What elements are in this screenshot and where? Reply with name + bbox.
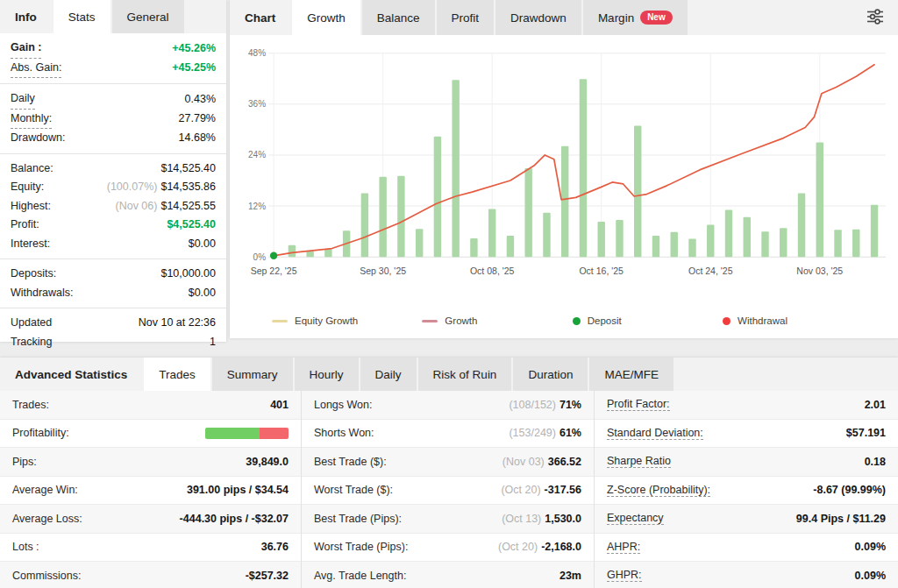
stat-label[interactable]: Standard Deviation: <box>607 427 703 440</box>
profitability-win-segment <box>205 428 260 439</box>
stat-label: Worst Trade (Pips): <box>314 541 408 553</box>
stat-value: 2.01 <box>865 399 886 411</box>
stat-value-main: 1 <box>210 336 216 348</box>
tab-label: Margin <box>598 11 634 25</box>
stat-row-tracking: Tracking1 <box>11 333 216 352</box>
tab-label: Summary <box>227 368 278 381</box>
account-stats-panel: InfoStatsGeneral Gain :+45.26%Abs. Gain:… <box>0 0 226 342</box>
stat-row-gain: Gain :+45.26% <box>11 39 216 59</box>
stat-value-main: $57.191 <box>846 427 886 439</box>
stat-value-muted: (Oct 20) <box>501 484 540 496</box>
stat-value-main: 23m <box>559 570 581 582</box>
growth-swatch <box>422 320 438 322</box>
stat-label[interactable]: Sharpe Ratio <box>607 455 671 468</box>
stat-value-main: 2.01 <box>865 399 886 411</box>
statistics-tab-daily[interactable]: Daily <box>360 358 417 391</box>
stat-value-main: 0.43% <box>185 93 216 105</box>
stat-row-average-win: Average Win:391.00 pips / $34.54 <box>0 477 301 506</box>
chart-tab-drawdown[interactable]: Drawdown <box>495 0 581 35</box>
profitability-bar <box>205 428 289 439</box>
stat-label[interactable]: AHPR: <box>607 541 640 554</box>
growth-chart[interactable]: 0%12%24%36%48%Sep 22, '25Sep 30, '25Oct … <box>230 35 898 314</box>
stat-value: 1 <box>210 333 216 352</box>
stats-panel-body: Gain :+45.26%Abs. Gain:+45.25%Daily0.43%… <box>0 33 226 357</box>
stat-label[interactable]: Daily <box>11 89 35 110</box>
tab-label: Advanced Statistics <box>15 368 127 381</box>
stat-group: Gain :+45.26%Abs. Gain:+45.25% <box>0 33 226 84</box>
stat-value-main: 99.4 Pips / $11.29 <box>796 513 886 525</box>
stat-value-main: $14,535.86 <box>160 181 216 193</box>
stat-label: Interest: <box>11 235 50 254</box>
stat-label: Worst Trade ($): <box>314 484 393 496</box>
svg-text:24%: 24% <box>248 150 266 159</box>
chart-settings-button[interactable] <box>852 0 898 35</box>
stats-tab-stats[interactable]: Stats <box>53 0 110 33</box>
stat-label[interactable]: Profit Factor: <box>607 398 670 411</box>
stat-label: Average Loss: <box>12 513 82 525</box>
chart-tab-balance[interactable]: Balance <box>362 0 435 35</box>
statistics-column-1: Trades:401Profitability:Pips:39,849.0Ave… <box>0 391 302 588</box>
statistics-tab-risk-of-ruin[interactable]: Risk of Ruin <box>418 358 512 391</box>
chart-tabbar: ChartGrowthBalanceProfitDrawdownMarginNe… <box>230 0 898 35</box>
stat-label: Profitability: <box>12 427 69 439</box>
statistics-tab-mae-mfe[interactable]: MAE/MFE <box>589 358 674 391</box>
statistics-tab-duration[interactable]: Duration <box>513 358 588 391</box>
withdrawal-swatch <box>723 317 731 325</box>
statistics-tab-summary[interactable]: Summary <box>212 358 293 391</box>
tab-label: Profit <box>452 11 480 25</box>
stat-value: 39,849.0 <box>246 456 289 468</box>
stat-value: $10,000.00 <box>160 265 216 284</box>
chart-tab-chart[interactable]: Chart <box>230 0 290 35</box>
stats-tab-general[interactable]: General <box>112 0 184 33</box>
stat-row-sharpe-ratio: Sharpe Ratio0.18 <box>595 448 898 477</box>
stat-row-commissions: Commissions:-$257.32 <box>0 562 301 588</box>
stat-row-best-trade-pips: Best Trade (Pips):(Oct 13)1,530.0 <box>302 505 594 534</box>
stat-value-main: 71% <box>559 399 581 411</box>
tab-label: Hourly <box>310 368 344 381</box>
sliders-icon <box>865 8 886 28</box>
stat-value-muted: (Oct 13) <box>502 513 541 525</box>
stat-row-drawdown: Drawdown:14.68% <box>11 129 216 148</box>
stat-row-lots: Lots :36.76 <box>0 534 301 563</box>
stats-tab-info[interactable]: Info <box>0 0 52 33</box>
stat-value-main: 401 <box>270 399 289 411</box>
statistics-tab-trades[interactable]: Trades <box>144 358 210 391</box>
stat-label[interactable]: Abs. Gain: <box>11 59 61 79</box>
stat-label[interactable]: Expectancy <box>607 512 664 525</box>
stat-value: $0.00 <box>189 284 216 303</box>
svg-text:Oct 08, '25: Oct 08, '25 <box>470 266 515 276</box>
chart-tab-profit[interactable]: Profit <box>437 0 495 35</box>
stat-label: Average Win: <box>12 484 78 496</box>
stat-value-muted: (Oct 20) <box>498 541 538 553</box>
statistics-tab-hourly[interactable]: Hourly <box>295 358 359 391</box>
page: InfoStatsGeneral Gain :+45.26%Abs. Gain:… <box>0 0 898 588</box>
stat-value-main: -317.56 <box>545 484 581 496</box>
stat-value: 391.00 pips / $34.54 <box>187 484 289 496</box>
grid-lines <box>268 53 886 258</box>
stat-label[interactable]: GHPR: <box>607 569 642 582</box>
stat-value: (108/152)71% <box>509 399 581 411</box>
stat-value-main: $4,525.40 <box>167 218 216 230</box>
stat-value-muted: (108/152) <box>509 399 556 411</box>
stat-label[interactable]: Gain : <box>11 39 41 59</box>
stat-label[interactable]: Z-Score (Probability): <box>607 484 710 497</box>
statistics-tab-advanced-statistics[interactable]: Advanced Statistics <box>0 358 142 391</box>
stat-row-interest: Interest:$0.00 <box>11 235 216 254</box>
stat-row-worst-trade: Worst Trade ($):(Oct 20)-317.56 <box>302 477 594 506</box>
stat-row-balance: Balance:$14,525.40 <box>11 159 216 179</box>
chart-tab-growth[interactable]: Growth <box>292 0 360 35</box>
stat-value-main: -444.30 pips / -$32.07 <box>180 513 289 525</box>
stat-row-withdrawals: Withdrawals:$0.00 <box>11 284 216 303</box>
stat-value-main: 0.09% <box>855 570 886 582</box>
stat-label: Tracking <box>11 333 52 352</box>
legend-label: Equity Growth <box>295 315 358 326</box>
chart-tab-margin[interactable]: MarginNew <box>583 0 688 35</box>
svg-text:Sep 22, '25: Sep 22, '25 <box>251 266 297 276</box>
stat-value-main: 27.79% <box>179 112 216 124</box>
stat-label[interactable]: Monthly: <box>11 110 52 130</box>
stat-row-profitability: Profitability: <box>0 420 301 449</box>
stat-value: -$257.32 <box>246 570 289 582</box>
stat-value-main: $14,525.40 <box>160 162 216 174</box>
stat-value-main: 14.68% <box>179 131 216 144</box>
stat-value: +45.26% <box>172 39 216 59</box>
